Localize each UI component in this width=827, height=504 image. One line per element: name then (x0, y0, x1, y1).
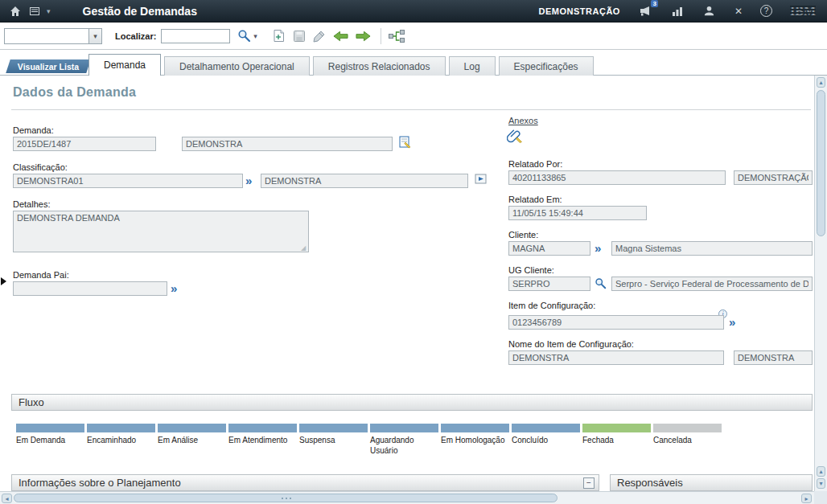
scroll-right-icon[interactable]: ▸ (801, 494, 812, 503)
tab-label: Demanda (104, 59, 146, 71)
tab-log[interactable]: Log (449, 56, 496, 76)
flow-step-label: Em Análise (158, 436, 198, 446)
tab-label: Registros Relacionados (328, 61, 430, 72)
toolbar: ▾ Localizar: ▾ (0, 23, 827, 50)
flow-step-label: Em Demanda (16, 436, 65, 446)
environment-label: DEMONSTRAÇÃO (539, 6, 620, 16)
notifications-icon[interactable]: 3 (638, 4, 652, 18)
scroll-left-icon[interactable]: ◂ (2, 494, 12, 503)
demanda-field[interactable] (13, 137, 156, 151)
record-select[interactable]: ▾ (4, 28, 102, 44)
classificacao-detail-chevron-icon[interactable]: » (245, 174, 252, 188)
flow-step-label: Encaminhado (87, 436, 136, 446)
previous-record-icon[interactable] (333, 31, 348, 42)
relatado-por-description-field[interactable] (734, 170, 813, 185)
ug-cliente-field[interactable] (508, 277, 590, 291)
tab-detalhamento-operacional[interactable]: Detalhamento Operacional (164, 56, 310, 76)
tab-visualizar-lista-label: Visualizar Lista (18, 62, 79, 72)
ug-cliente-label: UG Cliente: (508, 265, 554, 275)
flow-step-bar-current (582, 424, 651, 432)
item-configuracao-field[interactable] (508, 315, 724, 330)
vertical-scroll-thumb[interactable] (817, 90, 825, 236)
titlebar: ▾ Gestão de Demandas DEMONSTRAÇÃO 3 ✕ ? … (0, 0, 827, 23)
search-icon[interactable] (237, 29, 251, 43)
tab-demanda[interactable]: Demanda (88, 54, 161, 76)
flow-step-label: Aguardando Usuário (370, 436, 414, 456)
search-options-caret-icon[interactable]: ▾ (253, 32, 257, 40)
resize-grip-icon[interactable]: ◢ (301, 244, 306, 252)
planejamento-section-header[interactable]: Informações sobre o Planejamento − (11, 474, 599, 491)
section-divider (11, 109, 811, 110)
tab-visualizar-lista[interactable]: Visualizar Lista (6, 59, 91, 73)
toolbar-separator (381, 28, 381, 44)
nome-item-configuracao-label: Nome do Item de Configuração: (508, 339, 634, 349)
anexos-link[interactable]: Anexos (508, 116, 538, 125)
caret-down-icon: ▾ (93, 32, 97, 40)
relatado-por-field[interactable] (508, 170, 726, 185)
next-record-icon[interactable] (356, 31, 371, 42)
flow-step-bar (158, 424, 226, 432)
clear-changes-icon[interactable] (313, 30, 326, 43)
scroll-down-icon[interactable]: ▾ (817, 478, 825, 489)
relatado-em-field[interactable] (508, 206, 647, 220)
attachments-icon[interactable] (507, 129, 525, 148)
ug-cliente-lookup-icon[interactable] (595, 277, 607, 293)
cliente-detail-chevron-icon[interactable]: » (595, 241, 601, 256)
responsaveis-section-header[interactable]: Responsáveis (610, 474, 813, 491)
detalhes-label: Detalhes: (13, 199, 50, 209)
relatado-por-label: Relatado Por: (508, 159, 562, 169)
goto-caret-icon[interactable]: ▾ (47, 7, 51, 15)
cliente-field[interactable] (508, 241, 590, 256)
home-icon[interactable] (8, 4, 23, 18)
profile-icon[interactable] (702, 4, 717, 18)
record-select-caret[interactable]: ▾ (88, 29, 101, 43)
tab-label: Especificações (514, 61, 578, 72)
classificacao-description-field[interactable] (261, 174, 468, 188)
classificacao-field[interactable] (13, 174, 243, 188)
flow-step-label: Cancelada (653, 436, 692, 446)
long-description-icon[interactable] (398, 135, 413, 153)
nome-item-configuracao-field[interactable] (508, 350, 724, 365)
scroll-up-bottom-icon[interactable]: ▴ (817, 466, 825, 477)
demanda-pai-field[interactable] (13, 281, 167, 296)
flow-step-bar (299, 424, 368, 432)
titlebar-left: ▾ Gestão de Demandas (8, 4, 197, 18)
flow-step-bar (653, 424, 722, 432)
demanda-description-field[interactable] (182, 137, 393, 151)
flow-step-label: Em Homologação (441, 436, 504, 446)
relatado-em-label: Relatado Em: (508, 195, 562, 204)
horizontal-scroll-thumb[interactable] (14, 494, 558, 502)
demanda-pai-detail-chevron-icon[interactable]: » (171, 281, 177, 296)
minimize-icon[interactable]: − (583, 477, 595, 489)
tab-registros-relacionados[interactable]: Registros Relacionados (313, 56, 446, 76)
goto-menu-icon[interactable] (27, 4, 42, 18)
save-icon[interactable] (293, 30, 306, 43)
workflow-route-icon[interactable] (389, 30, 405, 43)
flow-step-bar (512, 424, 580, 432)
localizar-input[interactable] (161, 29, 230, 43)
flow-step-label: Fechada (582, 436, 614, 446)
classificacao-detail-menu-icon[interactable] (474, 172, 488, 190)
tab-especificacoes[interactable]: Especificações (499, 56, 594, 76)
item-configuracao-detail-chevron-icon[interactable]: » (729, 315, 735, 330)
page-title: Dados da Demanda (13, 85, 136, 100)
responsaveis-title: Responsáveis (617, 477, 683, 489)
scroll-up-icon[interactable]: ▴ (817, 77, 825, 88)
scrollbar-corner (814, 491, 827, 504)
close-session-icon[interactable]: ✕ (734, 6, 743, 16)
reports-chart-icon[interactable] (670, 4, 685, 18)
help-icon[interactable]: ? (760, 5, 772, 17)
new-record-icon[interactable] (272, 29, 286, 43)
ug-cliente-description-field[interactable] (611, 277, 813, 291)
flow-step-bar (87, 424, 155, 432)
cliente-label: Cliente: (508, 230, 538, 240)
fluxo-section-header[interactable]: Fluxo (11, 394, 813, 411)
detalhes-textarea[interactable]: DEMONSTRA DEMANDA (13, 211, 309, 252)
tab-row: Demanda Detalhamento Operacional Registr… (88, 50, 594, 76)
app-title: Gestão de Demandas (83, 5, 197, 18)
cliente-description-field[interactable] (611, 241, 813, 256)
localizar-label: Localizar: (115, 31, 156, 41)
nome-item-configuracao-description-field[interactable] (734, 350, 813, 365)
flow-step-bar (228, 424, 297, 432)
flow-step-bar (370, 424, 438, 432)
